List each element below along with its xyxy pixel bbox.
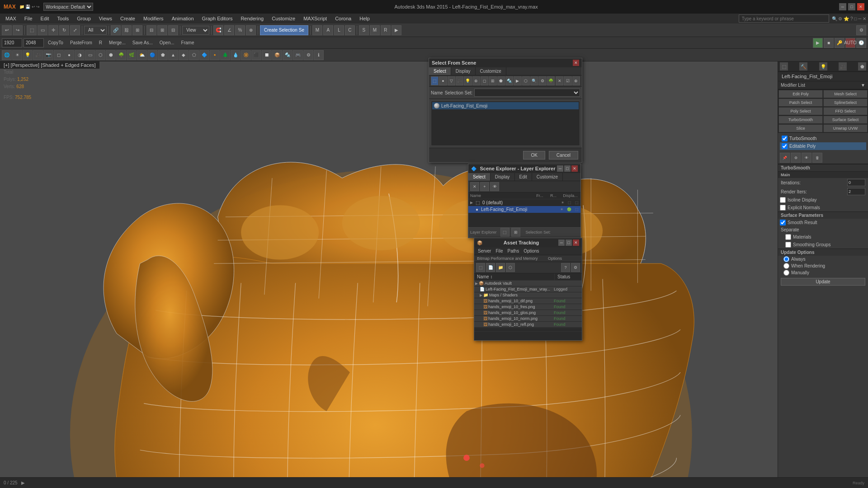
manually-radio[interactable] [783, 270, 789, 276]
main-viewport[interactable]: [+] [Perspective] [Shaded + Edged Faces]… [0, 61, 778, 477]
play-anim-btn[interactable]: ▶ [813, 38, 823, 48]
asset-dif-row[interactable]: 🖼 hands_emoji_10_dif.png Found [474, 298, 582, 304]
menu-customize[interactable]: Customize [268, 15, 299, 22]
scale-button[interactable]: ⤢ [70, 25, 80, 35]
tb3-btn2[interactable]: ☀ [12, 50, 22, 60]
create-selection-button[interactable]: Create Selection Se [260, 25, 308, 35]
selection-set-dropdown[interactable] [474, 89, 580, 97]
materials-checkbox[interactable] [785, 234, 791, 240]
asset-min-btn[interactable]: ─ [558, 239, 565, 246]
layer-max-btn[interactable]: □ [564, 165, 571, 172]
filter-btn-m[interactable]: ⊕ [572, 76, 580, 85]
cancel-button[interactable]: Cancel [549, 151, 578, 160]
schematic-view[interactable]: S [359, 25, 369, 35]
open-btn[interactable]: Open... [157, 39, 177, 46]
angle-snap[interactable]: ∠ [224, 25, 234, 35]
tb3-btn19[interactable]: ⬠ [189, 50, 199, 60]
filter-btn4[interactable]: 🎥 [456, 76, 463, 85]
link-button[interactable]: 🔗 [111, 25, 121, 35]
tab-customize[interactable]: Customize [476, 67, 506, 75]
update-button[interactable]: Update [781, 278, 865, 286]
ts-visibility-checkbox[interactable] [782, 136, 788, 141]
menu-max[interactable]: MAX [2, 15, 20, 22]
tb3-btn27[interactable]: 📦 [272, 50, 282, 60]
tb3-btn14[interactable]: ⛅ [137, 50, 147, 60]
tb3-btn10[interactable]: ⬡ [95, 50, 105, 60]
when-rendering-radio[interactable] [783, 263, 789, 269]
tb3-btn4[interactable]: 🎥 [33, 50, 43, 60]
filter-btn9[interactable]: ⬟ [497, 76, 505, 85]
tb3-btn30[interactable]: ⚙ [303, 50, 313, 60]
render-iters-input[interactable] [847, 188, 865, 195]
spinner-snap[interactable]: ⊕ [246, 25, 256, 35]
snap-toggle[interactable]: 🧲 [213, 25, 223, 35]
tab-display[interactable]: Display [451, 67, 476, 75]
layer-fist[interactable]: ● Left-Facing_Fist_Emoji ☀ 🟢 ⬚ [468, 206, 580, 213]
menu-server[interactable]: Server [476, 248, 493, 254]
unwrap-uvw-btn[interactable]: Unwrap UVW [823, 124, 868, 132]
scene-item-fist[interactable]: Left-Facing_Fist_Emoji [432, 102, 579, 109]
asset-glos-row[interactable]: 🖼 hands_emoji_10_glos.png Found [474, 310, 582, 316]
percent-snap[interactable]: % [235, 25, 245, 35]
always-radio[interactable] [783, 256, 789, 262]
move-button[interactable]: ✛ [48, 25, 58, 35]
tb3-btn7[interactable]: ● [64, 50, 74, 60]
ep-visibility-checkbox[interactable] [782, 143, 788, 149]
iterations-input[interactable] [847, 179, 865, 186]
mirror-tool[interactable]: M [312, 25, 322, 35]
tb3-btn12[interactable]: 🌳 [116, 50, 126, 60]
menu-corona[interactable]: Corona [331, 15, 355, 22]
asset-fist-row[interactable]: 📄 Left-Facing_Fist_Emoji_max_vray... Log… [474, 286, 582, 292]
patch-select-btn[interactable]: Patch Select [778, 99, 823, 107]
filter-btn10[interactable]: 🔩 [505, 76, 513, 85]
quick-render[interactable]: ▶ [392, 25, 401, 35]
asset-norm-row[interactable]: 🖼 hands_emoji_10_norm.png Found [474, 316, 582, 322]
material-editor[interactable]: M [370, 25, 380, 35]
filter-btn3[interactable]: ▽ [448, 76, 455, 85]
tb3-btn13[interactable]: 🌿 [127, 50, 137, 60]
stack-editable-poly[interactable]: Editable Poly [780, 142, 866, 150]
right-icon-1[interactable]: ⬚ [780, 62, 788, 70]
render-setup[interactable]: R [381, 25, 391, 35]
tb3-btn22[interactable]: 🌲 [220, 50, 230, 60]
filter-btn-v[interactable]: ☑ [564, 76, 571, 85]
layer-tb-show[interactable]: 👁 [490, 182, 499, 191]
asset-icon-3[interactable]: 📁 [496, 263, 505, 272]
layer-footer-icon2[interactable]: ⊞ [511, 228, 520, 237]
copy-to-btn[interactable]: CopyTo [45, 39, 66, 46]
right-icon-4[interactable]: 🎥 [839, 62, 847, 70]
y-coord-input[interactable] [24, 38, 44, 47]
tb3-btn16[interactable]: ⬟ [158, 50, 168, 60]
slice-btn[interactable]: Slice [778, 124, 823, 132]
auto-key-btn[interactable]: AUTO [845, 38, 855, 48]
merge-btn[interactable]: Merge... [106, 39, 128, 46]
layer-tb-new[interactable]: + [480, 182, 489, 191]
tab-select[interactable]: Select [429, 67, 451, 75]
menu-file[interactable]: File [494, 248, 505, 254]
explicit-normals-checkbox[interactable] [780, 205, 786, 211]
layer-tool[interactable]: L [334, 25, 344, 35]
filter-btn-x[interactable]: ✕ [556, 76, 563, 85]
right-icon-5[interactable]: ⬟ [858, 62, 866, 70]
asset-fres-row[interactable]: 🖼 hands_emoji_10_fres.png Found [474, 304, 582, 310]
unlink-button[interactable]: ⛓ [122, 25, 132, 35]
tb3-btn28[interactable]: 🔩 [283, 50, 292, 60]
tb3-btn9[interactable]: ▭ [85, 50, 95, 60]
filter-btn5[interactable]: 💡 [464, 76, 472, 85]
stack-pin-btn[interactable]: 📌 [780, 153, 790, 163]
menu-file[interactable]: File [21, 15, 36, 22]
tb3-btn24[interactable]: 🔆 [241, 50, 251, 60]
asset-scrollbar[interactable] [474, 328, 582, 331]
bind-button[interactable]: ⊞ [132, 25, 142, 35]
align-tool[interactable]: A [323, 25, 333, 35]
redo-button[interactable]: ↪ [13, 25, 23, 35]
menu-paths[interactable]: Paths [506, 248, 521, 254]
filter-btn7[interactable]: ◻ [481, 76, 488, 85]
modifier-list-dropdown-icon[interactable]: ▼ [861, 83, 865, 88]
layer-close-btn[interactable]: ✕ [571, 165, 578, 172]
filter-btn11[interactable]: ▶ [514, 76, 521, 85]
turbosmooth-btn[interactable]: TurboSmooth [778, 116, 823, 124]
spline-select-btn[interactable]: SplineSelect [823, 99, 868, 107]
tb3-btn26[interactable]: 🔲 [262, 50, 272, 60]
align-button[interactable]: ⊟ [168, 25, 178, 35]
